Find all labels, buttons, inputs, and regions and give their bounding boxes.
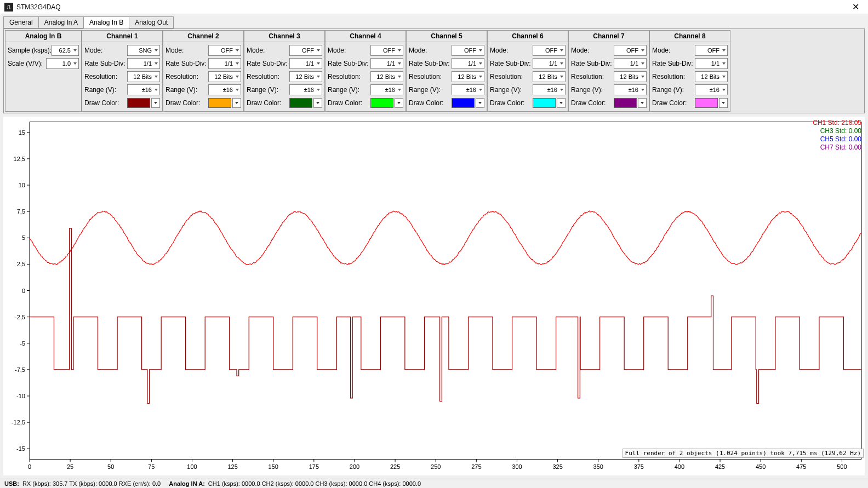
svg-text:50: 50 (107, 463, 114, 470)
color-dropdown[interactable] (719, 98, 728, 108)
svg-text:150: 150 (269, 463, 278, 470)
mode-select[interactable]: OFF (452, 45, 484, 56)
mode-select[interactable]: OFF (208, 45, 241, 56)
resolution-select[interactable]: 12 Bits (127, 71, 160, 82)
range-select[interactable]: ±16 (289, 84, 322, 95)
color-swatch[interactable] (370, 98, 393, 108)
sample-label: Sample (ksps): (8, 47, 52, 54)
svg-text:300: 300 (512, 463, 522, 470)
svg-text:-5: -5 (20, 340, 25, 347)
channel-header: Channel 5 (407, 31, 487, 42)
color-dropdown[interactable] (638, 98, 647, 108)
rate-select[interactable]: 1/1 (533, 58, 566, 69)
resolution-select[interactable]: 12 Bits (695, 71, 728, 82)
rate-select[interactable]: 1/1 (127, 58, 160, 69)
svg-text:450: 450 (756, 463, 766, 470)
svg-text:-7,5: -7,5 (15, 366, 25, 373)
mode-label: Mode: (84, 47, 102, 54)
mode-select[interactable]: OFF (695, 45, 728, 56)
rate-select[interactable]: 1/1 (452, 58, 484, 69)
range-select[interactable]: ±16 (533, 84, 566, 95)
svg-text:-12,5: -12,5 (12, 419, 25, 426)
channel-header: Channel 8 (650, 31, 730, 42)
mode-select[interactable]: OFF (533, 45, 566, 56)
range-select[interactable]: ±16 (614, 84, 647, 95)
drawcolor-label: Draw Color: (490, 99, 524, 107)
tab-general[interactable]: General (3, 16, 39, 28)
rate-select[interactable]: 1/1 (614, 58, 647, 69)
svg-text:2,5: 2,5 (17, 261, 25, 267)
panel-channel-8: Channel 8 Mode: OFF Rate Sub-Div: 1/1 Re… (649, 30, 730, 112)
color-dropdown[interactable] (313, 98, 322, 108)
mode-select[interactable]: OFF (289, 45, 322, 56)
mode-select[interactable]: OFF (370, 45, 403, 56)
rate-label: Rate Sub-Div: (652, 60, 693, 67)
scale-select[interactable]: 1.0 (46, 58, 79, 69)
rate-select[interactable]: 1/1 (208, 58, 241, 69)
mode-label: Mode: (328, 47, 346, 54)
resolution-select[interactable]: 12 Bits (208, 71, 241, 82)
range-select[interactable]: ±16 (370, 84, 403, 95)
ain-text: CH1 (ksps): 0000.0 CH2 (ksps): 0000.0 CH… (208, 480, 421, 487)
color-dropdown[interactable] (151, 98, 160, 108)
legend: CH1 Std: 218.05CH3 Std: 0.00CH5 Std: 0.0… (813, 119, 861, 152)
color-dropdown[interactable] (557, 98, 566, 108)
channel-header: Channel 2 (163, 31, 243, 42)
color-swatch[interactable] (695, 98, 718, 108)
titlebar: ⎍ STM32G4DAQ ✕ (0, 0, 868, 14)
resolution-label: Resolution: (652, 73, 685, 81)
svg-text:325: 325 (552, 463, 562, 470)
sample-select[interactable]: 62.5 (52, 45, 79, 56)
color-dropdown[interactable] (395, 98, 403, 108)
color-swatch[interactable] (533, 98, 556, 108)
resolution-select[interactable]: 12 Bits (370, 71, 403, 82)
resolution-select[interactable]: 12 Bits (289, 71, 322, 82)
drawcolor-label: Draw Color: (571, 99, 606, 107)
color-swatch[interactable] (289, 98, 312, 108)
resolution-select[interactable]: 12 Bits (614, 71, 647, 82)
svg-text:0: 0 (28, 463, 31, 470)
svg-text:225: 225 (390, 463, 400, 470)
range-label: Range (V): (652, 86, 684, 94)
color-swatch[interactable] (452, 98, 475, 108)
range-select[interactable]: ±16 (452, 84, 484, 95)
range-select[interactable]: ±16 (127, 84, 160, 95)
range-select[interactable]: ±16 (208, 84, 241, 95)
panel-channel-4: Channel 4 Mode: OFF Rate Sub-Div: 1/1 Re… (325, 30, 406, 112)
tab-analog-in-a[interactable]: Analog In A (38, 16, 84, 28)
ain-label: Analog IN A: (169, 480, 205, 487)
rate-label: Rate Sub-Div: (409, 60, 450, 67)
drawcolor-label: Draw Color: (328, 99, 362, 107)
plot-svg[interactable]: -15-12,5-10-7,5-5-2,502,557,51012,515025… (3, 117, 865, 475)
legend-entry: CH7 Std: 0.00 (813, 143, 861, 152)
rate-label: Rate Sub-Div: (571, 60, 612, 67)
resolution-label: Resolution: (165, 73, 198, 81)
color-swatch[interactable] (127, 98, 150, 108)
panel-analog-in-b: Analog In B Sample (ksps): 62.5 Scale (V… (5, 30, 82, 112)
svg-text:10: 10 (19, 182, 25, 188)
resolution-select[interactable]: 12 Bits (533, 71, 566, 82)
color-swatch[interactable] (614, 98, 637, 108)
color-swatch[interactable] (208, 98, 231, 108)
channel-header: Channel 3 (244, 31, 324, 42)
mode-label: Mode: (490, 47, 508, 54)
resolution-select[interactable]: 12 Bits (452, 71, 484, 82)
rate-select[interactable]: 1/1 (695, 58, 728, 69)
color-dropdown[interactable] (476, 98, 484, 108)
mode-select[interactable]: OFF (614, 45, 647, 56)
color-dropdown[interactable] (232, 98, 241, 108)
rate-select[interactable]: 1/1 (289, 58, 322, 69)
mode-select[interactable]: SNG (127, 45, 160, 56)
svg-text:15: 15 (19, 129, 25, 136)
rate-label: Rate Sub-Div: (165, 60, 207, 67)
rate-select[interactable]: 1/1 (370, 58, 403, 69)
range-select[interactable]: ±16 (695, 84, 728, 95)
close-button[interactable]: ✕ (848, 2, 864, 12)
resolution-label: Resolution: (328, 73, 361, 81)
range-label: Range (V): (571, 86, 603, 94)
tab-analog-out[interactable]: Analog Out (129, 16, 174, 28)
range-label: Range (V): (165, 86, 197, 94)
mode-label: Mode: (652, 47, 670, 54)
tab-analog-in-b[interactable]: Analog In B (83, 16, 129, 28)
svg-text:-15: -15 (16, 445, 25, 452)
